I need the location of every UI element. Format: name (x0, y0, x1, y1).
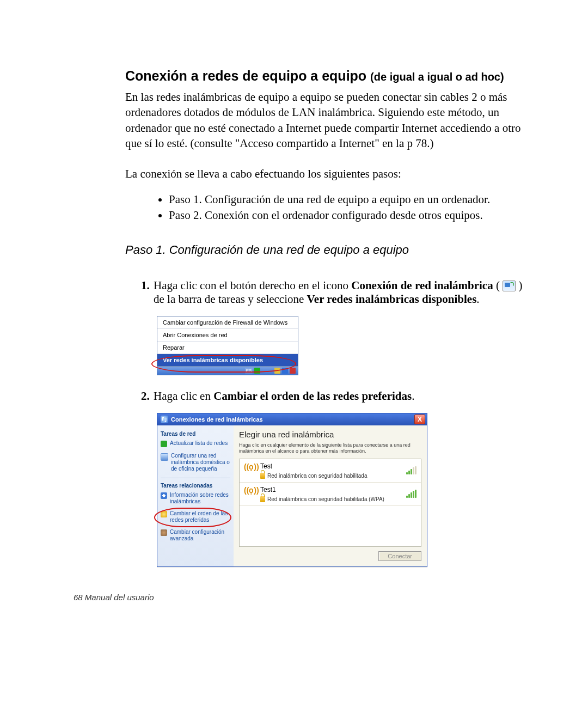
connect-button[interactable]: Conectar (378, 551, 421, 561)
ctxmenu-item-open-connections[interactable]: Abrir Conexiones de red (157, 329, 298, 342)
main-panel: Elegir una red inalámbrica Haga clic en … (234, 425, 427, 567)
refresh-icon (161, 441, 167, 447)
antenna-icon: ((ọ)) (244, 486, 256, 495)
network-name: Test (260, 462, 402, 470)
window-titlebar: ｢｣ Conexiones de red inalámbricas X (157, 413, 427, 425)
step1-text: . (476, 292, 479, 306)
footer-label: Manual del usuario (83, 593, 154, 602)
sidebar-item-info[interactable]: Información sobre redes inalámbricas (161, 492, 230, 505)
sidebar-item-setup-network[interactable]: Configurar una red inalámbrica doméstica… (161, 453, 230, 472)
sidebar-item-refresh[interactable]: Actualizar lista de redes (161, 440, 230, 447)
step1-heading: Paso 1. Configuración de una red de equi… (125, 243, 523, 257)
section-heading: Conexión a redes de equipo a equipo (de … (125, 68, 523, 84)
sidebar: Tareas de red Actualizar lista de redes … (157, 425, 234, 567)
ctxmenu-item-view-networks[interactable]: Ver redes inalámbricas disponibles (157, 354, 298, 366)
ctxmenu-item-firewall[interactable]: Cambiar configuración de Firewall de Win… (157, 316, 298, 329)
sidebar-item-label: Cambiar configuración avanzada (170, 529, 230, 542)
sidebar-heading-related-tasks: Tareas relacionadas (161, 483, 230, 489)
network-item[interactable]: ((ọ)) Test Red inalámbrica con seguridad… (240, 459, 421, 483)
main-heading: Elegir una red inalámbrica (239, 430, 421, 439)
tray-icon[interactable] (274, 368, 280, 374)
document-page: Conexión a redes de equipo a equipo (de … (0, 0, 588, 713)
page-footer: 68 Manual del usuario (74, 593, 154, 602)
sidebar-item-advanced[interactable]: Cambiar configuración avanzada (161, 529, 230, 542)
sidebar-item-label: Información sobre redes inalámbricas (170, 492, 230, 505)
sidebar-item-label: Cambiar el orden de las redes preferidas (170, 510, 230, 523)
star-icon (161, 511, 167, 517)
sidebar-item-label: Configurar una red inalámbrica doméstica… (171, 453, 230, 472)
network-list: ((ọ)) Test Red inalámbrica con seguridad… (239, 459, 421, 547)
intro-paragraph: En las redes inalámbricas de equipo a eq… (125, 89, 523, 151)
network-item[interactable]: ((ọ)) Test1 Red inalámbrica con segurida… (240, 483, 421, 506)
setup-network-icon (161, 453, 168, 461)
network-name: Test1 (260, 486, 402, 493)
step1-ordered-list: Haga clic con el botón derecho en el ico… (125, 279, 523, 568)
step2-text: Haga clic en (154, 389, 213, 403)
overview-item: Paso 1. Configuración de una red de equi… (169, 193, 523, 206)
window-icon: ｢｣ (161, 416, 168, 423)
leadin-paragraph: La conexión se lleva a cabo efectuando l… (125, 166, 523, 181)
network-security: Red inalámbrica con seguridad habilitada… (267, 496, 384, 502)
step1-item-2: Haga clic en Cambiar el orden de las red… (152, 389, 523, 568)
taskbar-tray: ES (157, 367, 298, 375)
antenna-icon: ((ọ)) (244, 462, 256, 471)
window-title: Conexiones de red inalámbricas (171, 416, 263, 423)
context-menu-screenshot: Cambiar configuración de Firewall de Win… (157, 316, 298, 375)
gear-icon (161, 529, 167, 536)
heading-main: Conexión a redes de equipo a equipo (125, 68, 370, 83)
network-security: Red inalámbrica con seguridad habilitada (267, 473, 367, 479)
lang-indicator[interactable]: ES (245, 368, 253, 374)
heading-sub: (de igual a igual o ad hoc) (370, 71, 504, 83)
tray-icon[interactable] (290, 368, 296, 374)
step1-text: ( (493, 279, 503, 292)
step2-text: . (412, 389, 414, 403)
signal-strength-icon (406, 490, 416, 498)
wireless-icon-label: Conexión de red inalámbrica (351, 279, 493, 292)
step1-item-1: Haga clic con el botón derecho en el ico… (152, 279, 523, 375)
close-button[interactable]: X (414, 415, 425, 424)
sidebar-item-label: Actualizar lista de redes (170, 440, 228, 447)
steps-overview-list: Paso 1. Configuración de una red de equi… (125, 193, 523, 222)
info-icon (161, 492, 167, 499)
tray-wireless-icon[interactable] (282, 368, 288, 374)
sidebar-heading-network-tasks: Tareas de red (161, 431, 230, 437)
context-menu: Cambiar configuración de Firewall de Win… (157, 316, 298, 367)
menu-option-label: Ver redes inalámbricas disponibles (307, 292, 477, 306)
lock-icon (260, 473, 265, 479)
signal-strength-icon (406, 467, 416, 474)
window-footer: Conectar (239, 547, 421, 561)
change-order-label: Cambiar el orden de las redes preferidas (213, 389, 412, 403)
wireless-tray-icon (503, 281, 516, 291)
step1-text: Haga clic con el botón derecho en el ico… (154, 279, 351, 292)
overview-item: Paso 2. Conexión con el ordenador config… (169, 209, 523, 222)
main-hint: Haga clic en cualquier elemento de la si… (239, 442, 421, 455)
page-number: 68 (74, 593, 83, 602)
wireless-connections-window: ｢｣ Conexiones de red inalámbricas X Tare… (157, 413, 427, 568)
lock-icon (260, 496, 265, 502)
sidebar-item-change-order[interactable]: Cambiar el orden de las redes preferidas (161, 510, 230, 523)
tray-icon[interactable] (254, 368, 260, 374)
ctxmenu-item-repair[interactable]: Reparar (157, 342, 298, 354)
